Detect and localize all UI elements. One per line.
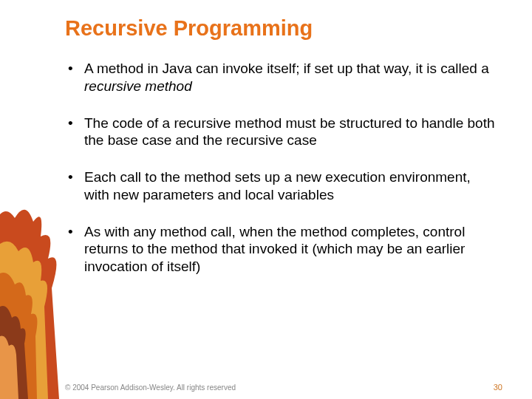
slide-content: Recursive Programming A method in Java c… bbox=[0, 0, 532, 276]
bullet-text-em: recursive method bbox=[84, 78, 192, 94]
page-number: 30 bbox=[494, 383, 502, 392]
bullet-text-pre: Each call to the method sets up a new ex… bbox=[84, 169, 471, 202]
bullet-list: A method in Java can invoke itself; if s… bbox=[65, 60, 495, 276]
slide-footer: © 2004 Pearson Addison-Wesley. All right… bbox=[65, 383, 502, 392]
slide-title: Recursive Programming bbox=[65, 16, 495, 41]
copyright-text: © 2004 Pearson Addison-Wesley. All right… bbox=[65, 383, 236, 392]
bullet-text-pre: A method in Java can invoke itself; if s… bbox=[84, 61, 489, 76]
bullet-text-pre: The code of a recursive method must be s… bbox=[84, 115, 495, 149]
bullet-text-pre: As with any method call, when the method… bbox=[84, 224, 465, 275]
bullet-item: A method in Java can invoke itself; if s… bbox=[65, 60, 495, 95]
bullet-item: As with any method call, when the method… bbox=[65, 223, 495, 276]
bullet-item: The code of a recursive method must be s… bbox=[65, 115, 495, 150]
bullet-item: Each call to the method sets up a new ex… bbox=[65, 168, 495, 204]
